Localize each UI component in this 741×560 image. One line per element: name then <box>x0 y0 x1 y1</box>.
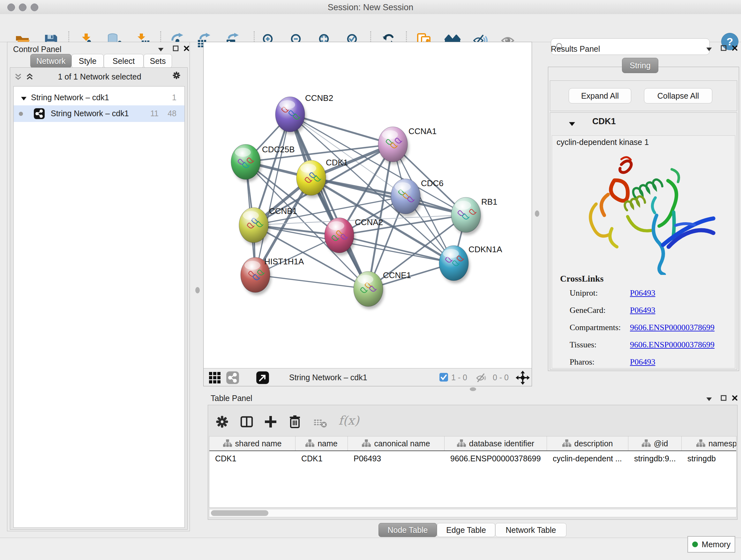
tab-select[interactable]: Select <box>104 54 144 68</box>
table-panel-title: Table Panel <box>211 394 253 403</box>
network-node-CCNE1[interactable] <box>354 271 383 307</box>
memory-status-dot <box>692 542 698 547</box>
section-expander-icon[interactable] <box>568 120 576 128</box>
tab-network[interactable]: Network <box>30 54 71 68</box>
expand-all-button[interactable]: Expand All <box>569 88 631 104</box>
network-node-CDKN1A[interactable] <box>439 246 468 281</box>
crosslink-row: Pharos:P06493 <box>552 357 736 374</box>
memory-button[interactable]: Memory <box>687 536 735 553</box>
network-graph: CCNB2CCNA1CDC25BCDK1CDC6RB1CCNB1CCNA2CDK… <box>204 42 532 368</box>
panel-float-icon[interactable] <box>719 44 728 52</box>
panel-float-icon[interactable] <box>172 44 180 52</box>
table-gear-icon[interactable] <box>214 414 230 429</box>
tab-network-table[interactable]: Network Table <box>495 523 566 537</box>
tab-style[interactable]: Style <box>71 54 104 68</box>
panel-menu-icon[interactable] <box>705 395 713 403</box>
results-panel-title: Results Panel <box>551 44 600 54</box>
main-toolbar: ? <box>0 14 741 42</box>
network-node-CDK1[interactable] <box>296 160 326 195</box>
network-view-title: String Network – cdk1 <box>289 373 367 382</box>
crosshair-icon[interactable] <box>515 370 530 385</box>
collection-count: 1 <box>161 93 177 102</box>
crosslink-value[interactable]: 9606.ENSP00000378699 <box>630 340 715 350</box>
bottom-splitter-handle[interactable] <box>470 387 476 391</box>
table-horizontal-scrollbar[interactable] <box>209 509 737 517</box>
hidden-eye-icon[interactable] <box>475 372 488 384</box>
table-row[interactable]: CDK1CDK1P064939606.ENSP00000378699cyclin… <box>209 451 736 466</box>
birdseye-share-icon[interactable] <box>226 371 240 385</box>
scrollbar-thumb[interactable] <box>211 510 268 516</box>
network-node-CCNB1[interactable] <box>239 207 268 243</box>
collapse-all-button[interactable]: Collapse All <box>644 88 712 104</box>
column-header[interactable]: namespace <box>682 436 737 450</box>
crosslinks-rows: Uniprot:P06493GeneCard:P06493Compartment… <box>552 288 736 374</box>
crosslink-row: Tissues:9606.ENSP00000378699 <box>552 340 736 357</box>
network-node-CCNA1[interactable] <box>378 127 408 162</box>
network-row-selected[interactable]: String Network – cdk1 11 48 <box>14 105 185 122</box>
network-node-RB1[interactable] <box>451 197 481 233</box>
panel-close-icon[interactable] <box>731 394 739 402</box>
left-splitter-handle[interactable] <box>195 287 200 294</box>
column-header[interactable]: shared name <box>209 436 295 450</box>
selected-checkbox[interactable] <box>440 373 448 381</box>
table-cell[interactable]: cyclin-dependent ... <box>547 451 628 466</box>
network-canvas[interactable]: CCNB2CCNA1CDC25BCDK1CDC6RB1CCNB1CCNA2CDK… <box>203 42 532 386</box>
delete-column-icon[interactable] <box>287 414 302 429</box>
crosslink-value[interactable]: P06493 <box>630 288 655 298</box>
panel-float-icon[interactable] <box>719 394 728 402</box>
section-gene-name: CDK1 <box>592 117 616 126</box>
column-header[interactable]: database identifier <box>445 436 547 450</box>
tab-sets[interactable]: Sets <box>144 54 172 68</box>
expand-all-icon[interactable] <box>25 72 34 81</box>
table-cell[interactable]: CDK1 <box>209 451 295 466</box>
add-column-icon[interactable] <box>263 414 278 429</box>
table-cell[interactable]: P06493 <box>348 451 445 466</box>
network-node-CCNB2[interactable] <box>275 97 305 132</box>
tab-string-results[interactable]: String <box>622 58 658 73</box>
title-bar: Session: New Session <box>0 0 741 14</box>
column-header[interactable]: description <box>547 436 628 450</box>
crosslink-value[interactable]: P06493 <box>630 357 655 367</box>
column-header[interactable]: canonical name <box>348 436 445 450</box>
crosslink-label: Pharos: <box>569 357 595 367</box>
panel-close-icon[interactable] <box>731 44 739 52</box>
node-label: CDK1 <box>326 158 348 167</box>
table-cell[interactable]: CDK1 <box>295 451 348 466</box>
column-header[interactable]: name <box>295 436 348 450</box>
panel-menu-icon[interactable] <box>705 45 713 53</box>
node-label: CCNB2 <box>305 93 333 103</box>
crosslink-value[interactable]: 9606.ENSP00000378699 <box>630 323 715 332</box>
crosslink-value[interactable]: P06493 <box>630 306 655 315</box>
collapse-all-icon[interactable] <box>14 72 22 81</box>
tab-node-table[interactable]: Node Table <box>379 523 437 537</box>
gear-icon[interactable] <box>172 71 181 79</box>
grid-icon[interactable] <box>208 371 222 385</box>
network-node-CCNA2[interactable] <box>325 218 354 253</box>
node-table: shared namenamecanonical namedatabase id… <box>209 436 737 508</box>
network-node-CDC6[interactable] <box>391 179 420 214</box>
table-cell[interactable]: stringdb:9... <box>628 451 682 466</box>
right-splitter-handle[interactable] <box>535 210 539 217</box>
network-list-panel: 1 of 1 Network selected String Network –… <box>10 67 188 530</box>
network-collection-row[interactable]: String Network – cdk1 1 <box>14 91 185 105</box>
network-selection-summary: 1 of 1 Network selected <box>39 72 160 81</box>
open-in-window-icon[interactable] <box>256 371 270 385</box>
column-header[interactable]: @id <box>628 436 682 450</box>
panel-menu-icon[interactable] <box>157 45 165 54</box>
table-cell[interactable]: 9606.ENSP00000378699 <box>445 451 547 466</box>
network-node-CDC25B[interactable] <box>231 144 260 179</box>
tree-expander-icon[interactable] <box>19 95 28 103</box>
split-columns-icon[interactable] <box>239 414 254 429</box>
panel-close-icon[interactable] <box>182 44 191 52</box>
cytoscape-window: Session: New Session <box>0 0 741 560</box>
table-cell[interactable]: stringdb <box>682 451 737 466</box>
network-edge[interactable] <box>255 114 290 275</box>
network-view-toolbar: String Network – cdk1 1 - 0 0 - 0 <box>203 368 532 386</box>
collection-label: String Network – cdk1 <box>31 93 109 102</box>
node-label: CCNB1 <box>269 206 297 216</box>
tab-edge-table[interactable]: Edge Table <box>437 523 495 537</box>
node-label: CCNE1 <box>383 270 411 280</box>
crosslink-row: Uniprot:P06493 <box>552 288 736 306</box>
crosslink-label: Compartments: <box>569 323 621 332</box>
network-edge[interactable] <box>255 275 368 289</box>
